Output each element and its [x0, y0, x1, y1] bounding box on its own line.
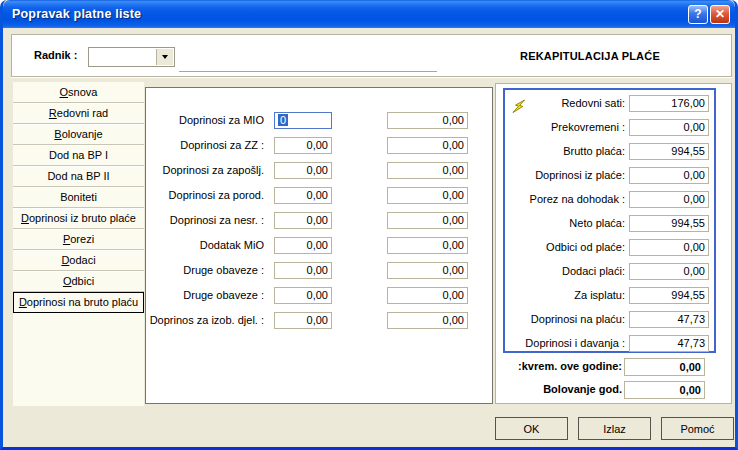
izlaz-button[interactable]: Izlaz [578, 417, 651, 440]
recap-row-za-isplatu: Za isplatu:994,55 [505, 287, 714, 304]
druge-obaveze-2-input-2[interactable]: 0,00 [387, 287, 468, 304]
redovni-sati-value[interactable]: 176,00 [629, 95, 709, 112]
recap-row-doprinosi-na-placu: Doprinosi na plaću:47,73 [505, 311, 714, 328]
recap-panel: Redovni sati:176,00Prekovremeni :0,00Bru… [495, 83, 732, 404]
field-row-doprinosi-za-nesr: Doprinosi za nesr. :0,000,00 [146, 212, 492, 229]
recap-row-porez-na-dohodak: Porez na dohodak :0,00 [505, 191, 714, 208]
za-isplatu-value[interactable]: 994,55 [629, 287, 709, 304]
field-row-doprinosi-za-porod: Doprinosi za porod.0,000,00 [146, 187, 492, 204]
sidebar-tabs: OsnovaRedovni radBolovanjeDod na BP IDod… [13, 82, 144, 406]
prekovremeni-label: Prekovremeni : [551, 121, 625, 133]
bolovanje-god-value[interactable]: 0,00 [624, 381, 705, 399]
sidebar-item-odbici[interactable]: Odbici [13, 271, 144, 292]
doprinosi-i-davanja-label: Doprinosi i davanja : [525, 337, 625, 349]
recap-row-doprinosi-i-davanja: Doprinosi i davanja :47,73 [505, 335, 714, 352]
recap-row-redovni-sati: Redovni sati:176,00 [505, 95, 714, 112]
doprinosi-i-davanja-value[interactable]: 47,73 [629, 335, 709, 352]
doprinosi-za-nesr-input-2[interactable]: 0,00 [387, 212, 468, 229]
doprinosi-za-mio-input-2[interactable]: 0,00 [387, 112, 468, 129]
prekovremeni-value[interactable]: 0,00 [629, 119, 709, 136]
doprinosi-na-placu-label: Doprinosi na plaću: [531, 313, 625, 325]
druge-obaveze-1-input-2[interactable]: 0,00 [387, 262, 468, 279]
dodaci-placi-value[interactable]: 0,00 [629, 263, 709, 280]
odbici-od-place-label: Odbici od plaće: [546, 241, 625, 253]
dodatak-mio-input-1[interactable]: 0,00 [274, 237, 332, 254]
sidebar-item-doprinosi-iz-bruto-place[interactable]: Doprinosi iz bruto plaće [13, 208, 144, 229]
close-button[interactable]: ✕ [710, 5, 730, 24]
sidebar-item-redovni-rad[interactable]: Redovni rad [13, 103, 144, 124]
doprinosi-za-zz-label: Doprinosi za ZZ : [180, 139, 264, 151]
dialog-client-area: Radnik : REKAPITULACIJA PLAĆE OsnovaRedo… [6, 28, 732, 444]
contributions-panel: Doprinosi za MIO00,00Doprinosi za ZZ :0,… [145, 87, 493, 404]
recap-row-neto-placa: Neto plaća:994,55 [505, 215, 714, 232]
pomoc-button[interactable]: Pomoć [661, 417, 734, 440]
recap-extra-bolovanje-god: Bolovanje god.0,00 [496, 381, 731, 399]
doprinos-za-izob-djel-input-2[interactable]: 0,00 [387, 312, 468, 329]
dodatak-mio-label: Dodatak MiO [200, 239, 264, 251]
titlebar-buttons: ? ✕ [688, 5, 730, 24]
doprinosi-za-zaposlj-label: Doprinosi za zapošlj. [163, 164, 265, 176]
sidebar-item-osnova[interactable]: Osnova [13, 82, 144, 103]
sidebar-item-boniteti[interactable]: Boniteti [13, 187, 144, 208]
prekovrem-ove-godine-label: :kvrem. ove godine: [518, 360, 622, 372]
radnik-name-line [179, 71, 437, 72]
doprinosi-za-zz-input-2[interactable]: 0,00 [387, 137, 468, 154]
close-icon: ✕ [715, 7, 725, 21]
doprinosi-iz-place-value[interactable]: 0,00 [629, 167, 709, 184]
field-row-druge-obaveze-1: Druge obaveze :0,000,00 [146, 262, 492, 279]
recap-row-dodaci-placi: Dodaci plaći:0,00 [505, 263, 714, 280]
help-button[interactable]: ? [688, 5, 708, 24]
druge-obaveze-2-label: Druge obaveze : [183, 289, 264, 301]
prekovrem-ove-godine-value[interactable]: 0,00 [624, 358, 705, 376]
doprinosi-za-mio-label: Doprinosi za MIO [179, 114, 264, 126]
sidebar-item-dod-na-bp-2[interactable]: Dod na BP II [13, 166, 144, 187]
recap-row-brutto-placa: Brutto plaća:994,55 [505, 143, 714, 160]
titlebar[interactable]: Popravak platne liste ? ✕ [3, 0, 735, 28]
bolovanje-god-label: Bolovanje god. [543, 383, 622, 395]
radnik-label: Radnik : [34, 49, 77, 61]
sidebar-item-doprinosi-na-bruto-placu[interactable]: Doprinosi na bruto plaću [13, 292, 144, 313]
odbici-od-place-value[interactable]: 0,00 [629, 239, 709, 256]
doprinosi-za-nesr-input-1[interactable]: 0,00 [274, 212, 332, 229]
za-isplatu-label: Za isplatu: [574, 289, 625, 301]
recap-extra-prekovrem-ove-godine: :kvrem. ove godine:0,00 [496, 358, 731, 376]
brutto-placa-value[interactable]: 994,55 [629, 143, 709, 160]
header-panel: Radnik : REKAPITULACIJA PLAĆE [11, 34, 732, 77]
doprinosi-za-porod-input-1[interactable]: 0,00 [274, 187, 332, 204]
druge-obaveze-2-input-1[interactable]: 0,00 [274, 287, 332, 304]
doprinosi-za-zaposlj-input-2[interactable]: 0,00 [387, 162, 468, 179]
sidebar-item-dod-na-bp-1[interactable]: Dod na BP I [13, 145, 144, 166]
doprinosi-za-porod-label: Doprinosi za porod. [169, 189, 264, 201]
doprinosi-iz-place-label: Doprinosi iz plaće: [535, 169, 625, 181]
sidebar-item-dodaci[interactable]: Dodaci [13, 250, 144, 271]
ok-button[interactable]: OK [495, 417, 568, 440]
doprinosi-za-zz-input-1[interactable]: 0,00 [274, 137, 332, 154]
field-row-doprinosi-za-zz: Doprinosi za ZZ :0,000,00 [146, 137, 492, 154]
neto-placa-value[interactable]: 994,55 [629, 215, 709, 232]
field-row-doprinos-za-izob-djel: Doprinos za izob. djel. :0,000,00 [146, 312, 492, 329]
doprinosi-za-mio-input-1[interactable]: 0 [274, 112, 332, 129]
doprinos-za-izob-djel-input-1[interactable]: 0,00 [274, 312, 332, 329]
recap-box: Redovni sati:176,00Prekovremeni :0,00Bru… [503, 88, 716, 353]
druge-obaveze-1-input-1[interactable]: 0,00 [274, 262, 332, 279]
field-row-druge-obaveze-2: Druge obaveze :0,000,00 [146, 287, 492, 304]
dodatak-mio-input-2[interactable]: 0,00 [387, 237, 468, 254]
field-row-doprinosi-za-zaposlj: Doprinosi za zapošlj.0,000,00 [146, 162, 492, 179]
porez-na-dohodak-label: Porez na dohodak : [530, 193, 625, 205]
radnik-combobox-dropdown-button[interactable] [156, 49, 173, 65]
help-icon: ? [694, 7, 701, 21]
brutto-placa-label: Brutto plaća: [563, 145, 625, 157]
radnik-combobox[interactable] [88, 47, 175, 67]
doprinosi-za-zaposlj-input-1[interactable]: 0,00 [274, 162, 332, 179]
selected-text: 0 [278, 114, 288, 126]
sidebar-item-bolovanje[interactable]: Bolovanje [13, 124, 144, 145]
recap-row-prekovremeni: Prekovremeni :0,00 [505, 119, 714, 136]
porez-na-dohodak-value[interactable]: 0,00 [629, 191, 709, 208]
field-row-dodatak-mio: Dodatak MiO0,000,00 [146, 237, 492, 254]
sidebar-item-porezi[interactable]: Porezi [13, 229, 144, 250]
doprinosi-za-porod-input-2[interactable]: 0,00 [387, 187, 468, 204]
doprinosi-na-placu-value[interactable]: 47,73 [629, 311, 709, 328]
chevron-down-icon [162, 55, 168, 59]
neto-placa-label: Neto plaća: [569, 217, 625, 229]
doprinosi-za-nesr-label: Doprinosi za nesr. : [170, 214, 264, 226]
